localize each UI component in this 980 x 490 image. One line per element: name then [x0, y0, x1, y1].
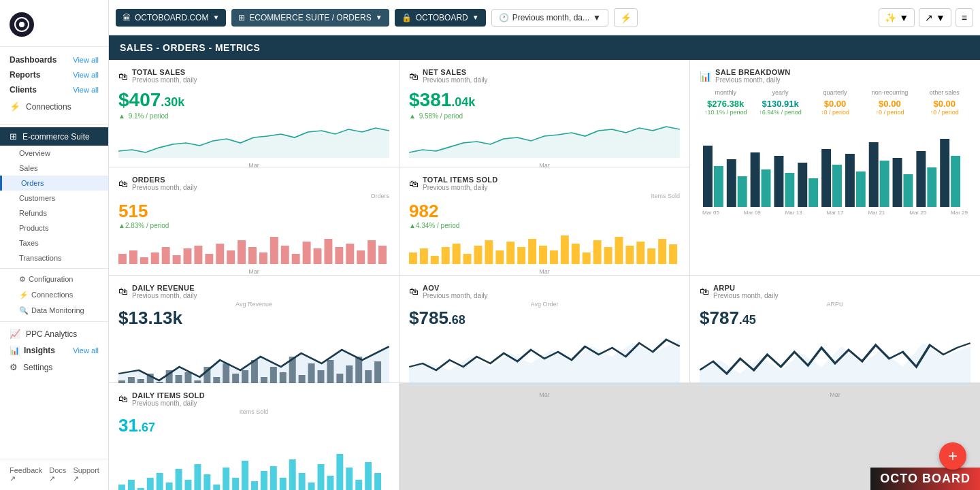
svg-rect-58: [485, 240, 493, 264]
svg-marker-2: [118, 128, 389, 158]
net-sales-value: $381.04k: [409, 89, 680, 111]
dashboards-viewall[interactable]: View all: [73, 56, 99, 64]
reports-header: Reports View all: [0, 67, 108, 82]
svg-rect-123: [270, 466, 277, 490]
sidebar-sub-orders[interactable]: Orders: [0, 176, 108, 191]
orders-label: Orders: [21, 179, 44, 187]
svg-rect-12: [798, 163, 807, 207]
suite-caret: ▼: [376, 14, 382, 21]
svg-rect-26: [118, 254, 127, 264]
svg-rect-114: [185, 480, 192, 490]
reports-viewall[interactable]: View all: [73, 71, 99, 79]
daily-rev-sublabel: Avg Revenue: [118, 301, 389, 308]
svg-rect-122: [261, 471, 267, 490]
sidebar-sub-transactions[interactable]: Transactions: [0, 250, 108, 265]
svg-rect-34: [205, 254, 213, 264]
flash-btn[interactable]: ⚡: [614, 8, 638, 27]
sidebar-sub-data-monitoring[interactable]: 🔍Data Monitoring: [0, 303, 108, 318]
sidebar-sub-sales[interactable]: Sales: [0, 161, 108, 176]
menu-btn[interactable]: ≡: [956, 8, 973, 27]
aov-decimal: .68: [448, 313, 466, 327]
total-items-card: 🛍 TOTAL ITEMS SOLD Previous month, daily…: [399, 167, 689, 274]
svg-rect-21: [903, 174, 913, 207]
arpu-subtitle: Previous month, daily: [713, 292, 779, 299]
svg-rect-107: [118, 485, 125, 490]
svg-rect-35: [216, 244, 224, 264]
svg-rect-55: [453, 244, 461, 264]
svg-rect-43: [303, 242, 311, 264]
breakdown-icon: 📊: [700, 71, 711, 82]
share-btn[interactable]: ↗ ▼: [919, 8, 951, 27]
arpu-title: ARPU: [713, 284, 779, 292]
svg-rect-117: [213, 485, 220, 490]
breakdown-yearly: yearly $130.91k ↑6.94% / period: [754, 89, 806, 116]
svg-rect-20: [893, 158, 902, 207]
logo-area: [0, 7, 108, 47]
svg-rect-42: [292, 254, 300, 264]
breakdown-chart: Mar 05Mar 09Mar 13Mar 17Mar 21Mar 25Mar …: [700, 125, 970, 267]
svg-rect-120: [242, 461, 248, 490]
svg-rect-67: [583, 252, 591, 264]
total-sales-card: 🛍 TOTAL SALES Previous month, daily $407…: [109, 60, 399, 167]
svg-rect-18: [869, 142, 879, 207]
reports-label: Reports: [10, 70, 40, 80]
board-label: OCTOBOARD: [416, 13, 468, 22]
ns-currency: $: [409, 89, 420, 110]
ppc-label: PPC Analytics: [26, 329, 77, 339]
clients-viewall[interactable]: View all: [73, 86, 99, 94]
svg-rect-44: [314, 248, 322, 264]
total-sales-subtitle: Previous month, daily: [132, 76, 197, 84]
board-selector[interactable]: 🔒 OCTOBOARD ▼: [395, 9, 486, 27]
date-caret: ▼: [593, 13, 601, 22]
support-link[interactable]: Support ↗: [73, 466, 99, 483]
svg-rect-24: [940, 139, 949, 207]
arpu-value: $787.45: [700, 308, 970, 329]
insights-viewall[interactable]: View all: [73, 346, 99, 355]
net-sales-trend: 9.58% / period: [409, 112, 680, 120]
connections-icon: ⚡: [10, 101, 20, 112]
daily-revenue-card: 🛍 DAILY REVENUE Previous month, daily Av…: [109, 276, 399, 382]
docs-link[interactable]: Docs ↗: [49, 466, 66, 483]
sidebar-item-connections[interactable]: ⚡ Connections: [0, 97, 108, 116]
items-bag-icon: 🛍: [409, 178, 419, 189]
sidebar-item-ecommerce[interactable]: ⊞ E-commerce Suite: [0, 127, 108, 146]
svg-rect-132: [355, 480, 362, 490]
svg-rect-64: [550, 250, 558, 264]
add-button[interactable]: +: [939, 442, 966, 470]
svg-marker-105: [409, 340, 680, 387]
sidebar-sub-taxes[interactable]: Taxes: [0, 235, 108, 250]
svg-rect-66: [572, 244, 580, 264]
svg-rect-39: [259, 252, 267, 264]
orders-subtitle: Previous month, daily: [132, 184, 197, 191]
aov-chart: Mar: [409, 333, 680, 398]
sidebar-item-settings[interactable]: ⚙ Settings: [0, 358, 108, 376]
sidebar-sub-overview[interactable]: Overview: [0, 146, 108, 161]
sidebar-item-ppc[interactable]: 📈 PPC Analytics: [0, 325, 108, 343]
orders-chart-x: Mar: [118, 268, 389, 275]
svg-rect-15: [832, 165, 842, 207]
suite-selector[interactable]: ⊞ ECOMMERCE SUITE / ORDERS ▼: [231, 9, 389, 27]
refunds-label: Refunds: [19, 209, 47, 217]
svg-rect-28: [140, 257, 148, 264]
orders-chart-label: Orders: [370, 193, 389, 199]
arpu-icon: 🛍: [700, 286, 709, 297]
feedback-link[interactable]: Feedback ↗: [10, 466, 42, 483]
breakdown-subtitle: Previous month, daily: [715, 76, 791, 84]
topbar-right: ✨ ▼ ↗ ▼ ≡: [879, 8, 973, 27]
sidebar-sub-products[interactable]: Products: [0, 220, 108, 235]
svg-rect-125: [289, 459, 296, 490]
svg-rect-75: [669, 244, 677, 264]
svg-rect-29: [151, 252, 159, 264]
date-range-selector[interactable]: 🕐 Previous month, da... ▼: [491, 9, 608, 27]
arpu-sublabel: ARPU: [700, 301, 970, 308]
sparkle-btn[interactable]: ✨ ▼: [879, 8, 915, 27]
topbar: 🏛 OCTOBOARD.COM ▼ ⊞ ECOMMERCE SUITE / OR…: [109, 0, 980, 35]
sidebar-sub-refunds[interactable]: Refunds: [0, 206, 108, 220]
items-value: 982: [409, 201, 680, 222]
sidebar-sub-configuration[interactable]: ⚙Configuration: [0, 272, 108, 287]
sidebar-sub-customers[interactable]: Customers: [0, 191, 108, 206]
ts-main: 407: [129, 89, 161, 110]
daily-items-icon: 🛍: [118, 393, 128, 404]
workspace-selector[interactable]: 🏛 OCTOBOARD.COM ▼: [116, 9, 226, 27]
sidebar-sub-connections2[interactable]: ⚡Connections: [0, 287, 108, 303]
